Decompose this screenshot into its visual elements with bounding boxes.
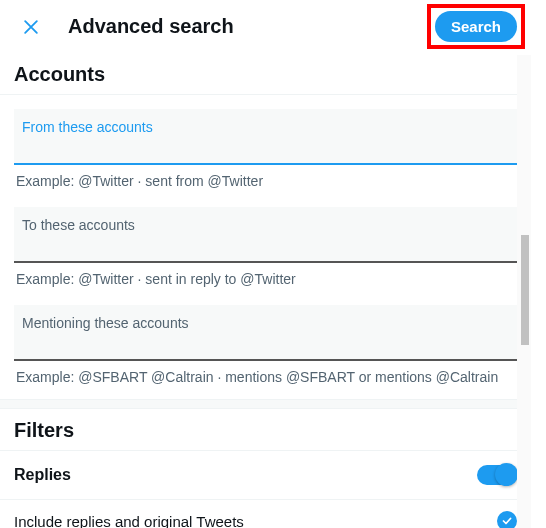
- include-replies-option[interactable]: Include replies and original Tweets: [0, 500, 531, 528]
- modal-header: Advanced search Search: [0, 0, 531, 53]
- include-replies-label: Include replies and original Tweets: [14, 513, 244, 529]
- to-accounts-label: To these accounts: [22, 217, 135, 233]
- checkmark-icon[interactable]: [497, 511, 517, 528]
- close-icon[interactable]: [14, 10, 48, 44]
- mention-accounts-input[interactable]: Mentioning these accounts: [14, 305, 517, 361]
- to-accounts-input[interactable]: To these accounts: [14, 207, 517, 263]
- from-accounts-label: From these accounts: [22, 119, 153, 135]
- section-divider: [0, 399, 531, 409]
- search-button-highlight: Search: [427, 4, 525, 49]
- scrollbar-thumb[interactable]: [521, 235, 529, 345]
- mention-accounts-example: Example: @SFBART @Caltrain · mentions @S…: [14, 361, 517, 389]
- accounts-section-title: Accounts: [0, 53, 531, 95]
- replies-label: Replies: [14, 466, 71, 484]
- to-accounts-example: Example: @Twitter · sent in reply to @Tw…: [14, 263, 517, 291]
- from-accounts-example: Example: @Twitter · sent from @Twitter: [14, 165, 517, 193]
- replies-toggle[interactable]: [477, 465, 517, 485]
- search-button[interactable]: Search: [435, 11, 517, 42]
- filters-section-title: Filters: [0, 409, 531, 451]
- mention-accounts-label: Mentioning these accounts: [22, 315, 189, 331]
- accounts-fields: From these accounts Example: @Twitter · …: [0, 109, 531, 389]
- from-accounts-input[interactable]: From these accounts: [14, 109, 517, 165]
- scrollbar-track[interactable]: [517, 55, 531, 528]
- replies-filter-row: Replies: [0, 451, 531, 500]
- modal-content: Accounts From these accounts Example: @T…: [0, 53, 531, 528]
- page-title: Advanced search: [68, 15, 234, 38]
- advanced-search-modal: Advanced search Search Accounts From the…: [0, 0, 531, 528]
